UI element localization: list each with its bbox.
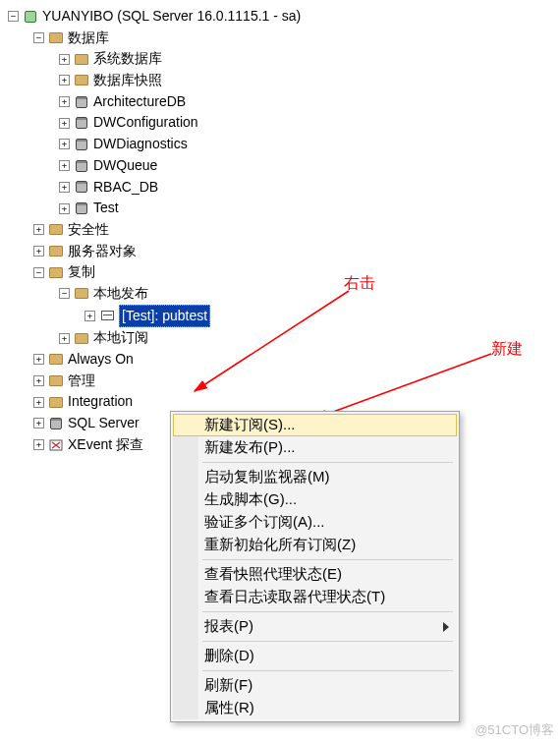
collapse-icon[interactable]: − xyxy=(8,11,19,22)
folder-icon xyxy=(74,52,89,66)
db-label: RBAC_DB xyxy=(93,177,158,199)
security-label: 安全性 xyxy=(68,219,109,241)
menu-view-snapshot-status[interactable]: 查看快照代理状态(E) xyxy=(173,563,457,586)
database-icon xyxy=(48,417,64,430)
db-node[interactable]: + DWConfiguration xyxy=(4,112,556,134)
menu-label: 报表(P) xyxy=(204,617,253,634)
local-subscriptions-node[interactable]: + 本地订阅 xyxy=(4,327,556,349)
menu-properties[interactable]: 属性(R) xyxy=(173,697,457,719)
security-node[interactable]: + 安全性 xyxy=(4,219,556,241)
menu-reinit-all[interactable]: 重新初始化所有订阅(Z) xyxy=(173,534,457,556)
folder-icon xyxy=(74,74,89,87)
publication-node[interactable]: + [Test]: pubtest xyxy=(4,305,556,328)
menu-launch-monitor[interactable]: 启动复制监视器(M) xyxy=(173,466,457,488)
expand-icon[interactable]: + xyxy=(33,375,44,386)
always-on-label: Always On xyxy=(68,349,134,371)
db-node[interactable]: + ArchitectureDB xyxy=(4,91,556,113)
menu-delete[interactable]: 删除(D) xyxy=(173,645,457,667)
folder-icon xyxy=(48,374,64,388)
submenu-arrow-icon xyxy=(443,622,449,632)
watermark: @51CTO博客 xyxy=(475,721,554,739)
snapshot-node[interactable]: + 数据库快照 xyxy=(4,70,556,91)
expand-icon[interactable]: + xyxy=(59,54,70,65)
integration-node[interactable]: + Integration xyxy=(4,391,556,413)
replication-node[interactable]: − 复制 xyxy=(4,261,556,283)
collapse-icon[interactable]: − xyxy=(33,267,44,278)
server-objects-node[interactable]: + 服务器对象 xyxy=(4,241,556,262)
integration-label: Integration xyxy=(68,391,133,413)
expand-icon[interactable]: + xyxy=(59,96,70,107)
collapse-icon[interactable]: − xyxy=(33,32,44,43)
selected-publication-label: [Test]: pubtest xyxy=(119,305,210,328)
menu-validate-subs[interactable]: 验证多个订阅(A)... xyxy=(173,511,457,534)
menu-label: 重新初始化所有订阅(Z) xyxy=(204,536,356,552)
folder-icon xyxy=(48,353,64,367)
expand-icon[interactable]: + xyxy=(33,224,44,235)
server-node[interactable]: − YUANYIBO (SQL Server 16.0.1115.1 - sa) xyxy=(4,6,556,28)
menu-separator xyxy=(202,641,453,642)
menu-label: 删除(D) xyxy=(204,647,254,663)
expand-icon[interactable]: + xyxy=(84,311,95,321)
database-icon xyxy=(74,116,89,130)
expand-icon[interactable]: + xyxy=(33,397,44,408)
snapshot-label: 数据库快照 xyxy=(93,70,162,91)
object-explorer-tree[interactable]: − YUANYIBO (SQL Server 16.0.1115.1 - sa)… xyxy=(0,0,560,459)
menu-label: 新建订阅(S)... xyxy=(204,416,296,432)
folder-icon xyxy=(48,31,64,45)
menu-label: 生成脚本(G)... xyxy=(204,490,297,507)
menu-label: 验证多个订阅(A)... xyxy=(204,513,325,530)
management-label: 管理 xyxy=(68,371,95,392)
menu-view-logreader-status[interactable]: 查看日志读取器代理状态(T) xyxy=(173,586,457,608)
collapse-icon[interactable]: − xyxy=(59,288,70,299)
db-node[interactable]: + DWDiagnostics xyxy=(4,134,556,155)
menu-label: 刷新(F) xyxy=(204,676,252,693)
folder-icon xyxy=(48,223,64,237)
expand-icon[interactable]: + xyxy=(59,203,70,214)
sql-server-label: SQL Server xyxy=(68,413,140,434)
db-label: DWDiagnostics xyxy=(93,134,188,155)
databases-node[interactable]: − 数据库 xyxy=(4,28,556,49)
menu-label: 属性(R) xyxy=(204,699,254,715)
menu-label: 查看日志读取器代理状态(T) xyxy=(204,588,385,604)
expand-icon[interactable]: + xyxy=(59,333,70,344)
management-node[interactable]: + 管理 xyxy=(4,371,556,392)
xevent-label: XEvent 探查 xyxy=(68,434,143,456)
server-label: YUANYIBO (SQL Server 16.0.1115.1 - sa) xyxy=(42,6,301,28)
db-label: DWConfiguration xyxy=(93,112,198,134)
server-objects-label: 服务器对象 xyxy=(68,241,137,262)
expand-icon[interactable]: + xyxy=(33,418,44,429)
menu-refresh[interactable]: 刷新(F) xyxy=(173,674,457,697)
folder-icon xyxy=(74,287,89,301)
local-publications-node[interactable]: − 本地发布 xyxy=(4,283,556,305)
menu-reports[interactable]: 报表(P) xyxy=(173,615,457,638)
db-node[interactable]: + Test xyxy=(4,198,556,219)
db-node[interactable]: + DWQueue xyxy=(4,155,556,177)
expand-icon[interactable]: + xyxy=(59,139,70,149)
expand-icon[interactable]: + xyxy=(59,160,70,171)
xevent-icon xyxy=(48,438,64,452)
database-icon xyxy=(74,180,89,194)
server-icon xyxy=(23,10,38,24)
context-menu: 新建订阅(S)... 新建发布(P)... 启动复制监视器(M) 生成脚本(G)… xyxy=(170,411,460,722)
folder-icon xyxy=(74,331,89,345)
system-databases-node[interactable]: + 系统数据库 xyxy=(4,48,556,70)
menu-new-subscription[interactable]: 新建订阅(S)... xyxy=(173,414,457,436)
folder-icon xyxy=(48,244,64,257)
db-node[interactable]: + RBAC_DB xyxy=(4,177,556,199)
menu-separator xyxy=(202,559,453,560)
database-icon xyxy=(74,159,89,173)
expand-icon[interactable]: + xyxy=(33,439,44,450)
menu-separator xyxy=(202,611,453,612)
expand-icon[interactable]: + xyxy=(59,75,70,86)
expand-icon[interactable]: + xyxy=(59,118,70,129)
always-on-node[interactable]: + Always On xyxy=(4,349,556,371)
menu-new-publication[interactable]: 新建发布(P)... xyxy=(173,436,457,459)
databases-label: 数据库 xyxy=(68,28,109,49)
expand-icon[interactable]: + xyxy=(33,246,44,257)
database-icon xyxy=(74,138,89,151)
folder-icon xyxy=(48,395,64,409)
expand-icon[interactable]: + xyxy=(33,354,44,365)
expand-icon[interactable]: + xyxy=(59,182,70,193)
replication-label: 复制 xyxy=(68,261,95,283)
menu-generate-scripts[interactable]: 生成脚本(G)... xyxy=(173,488,457,511)
